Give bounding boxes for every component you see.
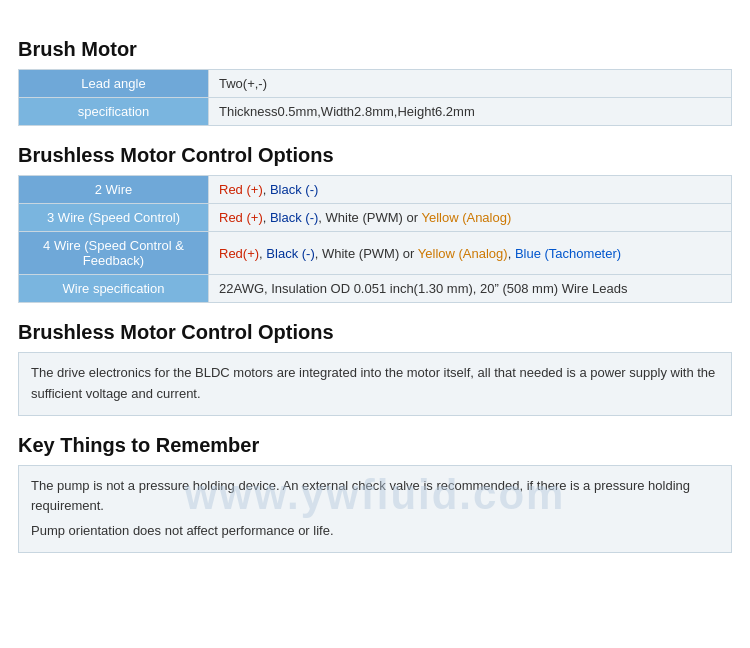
key-things-line-1: The pump is not a pressure holding devic… [31, 476, 719, 518]
brushless-desc-title: Brushless Motor Control Options [18, 321, 732, 344]
bl-value-wirespec: 22AWG, Insulation OD 0.051 inch(1.30 mm)… [209, 275, 732, 303]
page-wrapper: Brush Motor Lead angle Two(+,-) specific… [0, 0, 750, 579]
key-things-box: The pump is not a pressure holding devic… [18, 465, 732, 553]
text-white: White (PWM) [326, 210, 403, 225]
text-black: Black (-) [270, 182, 318, 197]
brush-value-spec: Thickness0.5mm,Width2.8mm,Height6.2mm [209, 98, 732, 126]
brush-value-lead: Two(+,-) [209, 70, 732, 98]
text-blue: Blue (Tachometer) [515, 246, 621, 261]
brushless-control-table: 2 Wire Red (+), Black (-) 3 Wire (Speed … [18, 175, 732, 303]
text-white: White (PWM) [322, 246, 399, 261]
bl-value-3wire: Red (+), Black (-), White (PWM) or Yello… [209, 204, 732, 232]
key-things-line-2: Pump orientation does not affect perform… [31, 521, 719, 542]
table-row: 4 Wire (Speed Control & Feedback) Red(+)… [19, 232, 732, 275]
brush-label-lead: Lead angle [19, 70, 209, 98]
table-row: Lead angle Two(+,-) [19, 70, 732, 98]
brush-motor-title: Brush Motor [18, 38, 732, 61]
bl-value-2wire: Red (+), Black (-) [209, 176, 732, 204]
bl-label-4wire: 4 Wire (Speed Control & Feedback) [19, 232, 209, 275]
key-things-title: Key Things to Remember [18, 434, 732, 457]
table-row: specification Thickness0.5mm,Width2.8mm,… [19, 98, 732, 126]
bl-value-4wire: Red(+), Black (-), White (PWM) or Yellow… [209, 232, 732, 275]
bl-label-wirespec: Wire specification [19, 275, 209, 303]
bl-label-3wire: 3 Wire (Speed Control) [19, 204, 209, 232]
table-row: Wire specification 22AWG, Insulation OD … [19, 275, 732, 303]
text-black: Black (-) [266, 246, 314, 261]
brushless-desc-box: The drive electronics for the BLDC motor… [18, 352, 732, 416]
text-black: Black (-) [270, 210, 318, 225]
table-row: 2 Wire Red (+), Black (-) [19, 176, 732, 204]
text-red: Red (+) [219, 210, 263, 225]
brush-label-spec: specification [19, 98, 209, 126]
brush-motor-table: Lead angle Two(+,-) specification Thickn… [18, 69, 732, 126]
table-row: 3 Wire (Speed Control) Red (+), Black (-… [19, 204, 732, 232]
bl-label-2wire: 2 Wire [19, 176, 209, 204]
text-yellow: Yellow (Analog) [418, 246, 508, 261]
brushless-control-title: Brushless Motor Control Options [18, 144, 732, 167]
brushless-desc-text: The drive electronics for the BLDC motor… [31, 363, 719, 405]
text-red: Red (+) [219, 182, 263, 197]
text-red: Red(+) [219, 246, 259, 261]
text-yellow: Yellow (Analog) [421, 210, 511, 225]
